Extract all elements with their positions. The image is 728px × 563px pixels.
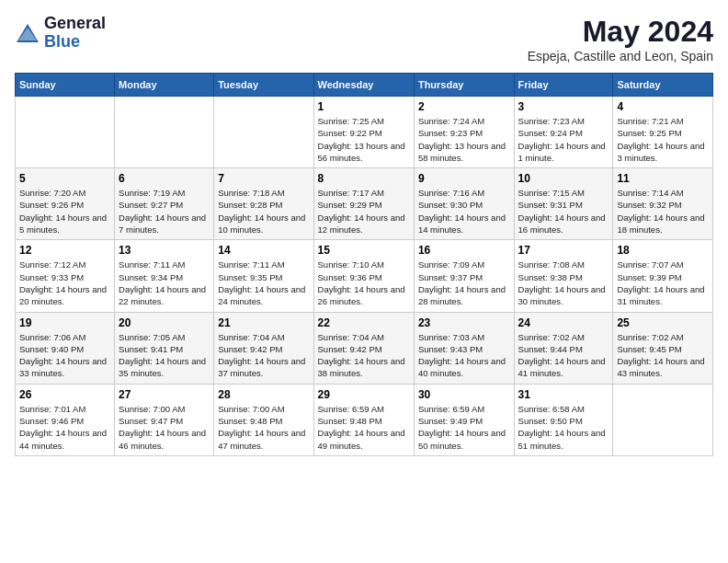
calendar-cell: 31 Sunrise: 6:58 AM Sunset: 9:50 PM Dayl…: [514, 384, 613, 455]
sunset-label: Sunset: 9:43 PM: [418, 344, 483, 354]
sunrise-label: Sunrise: 7:11 AM: [119, 259, 185, 270]
day-info: Sunrise: 7:15 AM Sunset: 9:31 PM Dayligh…: [518, 187, 609, 236]
day-number: 25: [617, 316, 709, 329]
calendar-header-row: Sunday Monday Tuesday Wednesday Thursday…: [16, 74, 713, 97]
daylight-label: Daylight: 14 hours and 16 minutes.: [518, 213, 606, 235]
calendar-cell: [613, 384, 713, 455]
calendar-cell: 26 Sunrise: 7:01 AM Sunset: 9:46 PM Dayl…: [16, 384, 115, 455]
col-monday: Monday: [115, 74, 214, 97]
sunset-label: Sunset: 9:28 PM: [218, 200, 282, 210]
calendar-cell: 30 Sunrise: 6:59 AM Sunset: 9:49 PM Dayl…: [414, 384, 514, 455]
day-number: 13: [119, 244, 210, 257]
daylight-label: Daylight: 14 hours and 47 minutes.: [218, 428, 305, 450]
day-info: Sunrise: 7:02 AM Sunset: 9:45 PM Dayligh…: [617, 331, 709, 380]
calendar-cell: 19 Sunrise: 7:06 AM Sunset: 9:40 PM Dayl…: [16, 312, 115, 384]
daylight-label: Daylight: 14 hours and 46 minutes.: [119, 428, 206, 450]
sunset-label: Sunset: 9:29 PM: [318, 200, 382, 210]
day-number: 5: [19, 172, 110, 185]
calendar-cell: 18 Sunrise: 7:07 AM Sunset: 9:39 PM Dayl…: [613, 240, 713, 312]
logo-icon: [15, 20, 40, 46]
calendar-cell: 12 Sunrise: 7:12 AM Sunset: 9:33 PM Dayl…: [16, 240, 115, 312]
daylight-label: Daylight: 14 hours and 26 minutes.: [318, 284, 405, 306]
sunrise-label: Sunrise: 7:02 AM: [518, 332, 585, 342]
day-info: Sunrise: 6:59 AM Sunset: 9:48 PM Dayligh…: [318, 403, 410, 452]
calendar-cell: 25 Sunrise: 7:02 AM Sunset: 9:45 PM Dayl…: [613, 312, 713, 384]
sunset-label: Sunset: 9:45 PM: [617, 344, 681, 354]
sunrise-label: Sunrise: 7:04 AM: [318, 332, 384, 342]
daylight-label: Daylight: 14 hours and 28 minutes.: [418, 284, 506, 306]
sunrise-label: Sunrise: 7:00 AM: [119, 404, 185, 414]
calendar-cell: 4 Sunrise: 7:21 AM Sunset: 9:25 PM Dayli…: [613, 97, 713, 168]
calendar-cell: 14 Sunrise: 7:11 AM Sunset: 9:35 PM Dayl…: [214, 240, 313, 312]
day-number: 31: [518, 388, 609, 401]
week-row-3: 12 Sunrise: 7:12 AM Sunset: 9:33 PM Dayl…: [16, 240, 713, 312]
day-info: Sunrise: 7:20 AM Sunset: 9:26 PM Dayligh…: [19, 187, 110, 236]
day-number: 28: [218, 388, 309, 401]
calendar-cell: 1 Sunrise: 7:25 AM Sunset: 9:22 PM Dayli…: [313, 97, 414, 168]
day-info: Sunrise: 7:04 AM Sunset: 9:42 PM Dayligh…: [318, 331, 410, 380]
calendar-cell: 2 Sunrise: 7:24 AM Sunset: 9:23 PM Dayli…: [414, 97, 514, 168]
calendar-table: Sunday Monday Tuesday Wednesday Thursday…: [15, 73, 713, 456]
daylight-label: Daylight: 14 hours and 49 minutes.: [318, 428, 405, 450]
day-info: Sunrise: 7:11 AM Sunset: 9:34 PM Dayligh…: [119, 259, 210, 307]
day-number: 15: [318, 244, 410, 257]
calendar-cell: [16, 97, 115, 168]
sunrise-label: Sunrise: 7:07 AM: [617, 259, 683, 270]
title-block: May 2024 Espeja, Castille and Leon, Spai…: [528, 15, 713, 63]
col-friday: Friday: [514, 74, 613, 97]
day-info: Sunrise: 7:14 AM Sunset: 9:32 PM Dayligh…: [617, 187, 709, 236]
daylight-label: Daylight: 14 hours and 40 minutes.: [418, 356, 506, 378]
calendar-cell: [115, 97, 214, 168]
col-wednesday: Wednesday: [313, 74, 414, 97]
calendar-cell: [214, 97, 313, 168]
day-number: 23: [418, 316, 510, 329]
day-number: 4: [617, 100, 709, 113]
daylight-label: Daylight: 14 hours and 30 minutes.: [518, 284, 606, 306]
logo-blue-text: Blue: [44, 33, 106, 52]
sunrise-label: Sunrise: 6:59 AM: [318, 404, 384, 414]
week-row-5: 26 Sunrise: 7:01 AM Sunset: 9:46 PM Dayl…: [16, 384, 713, 455]
sunset-label: Sunset: 9:23 PM: [418, 128, 483, 138]
col-thursday: Thursday: [414, 74, 514, 97]
daylight-label: Daylight: 13 hours and 58 minutes.: [418, 141, 506, 163]
day-info: Sunrise: 7:00 AM Sunset: 9:48 PM Dayligh…: [218, 403, 309, 452]
daylight-label: Daylight: 14 hours and 51 minutes.: [518, 428, 606, 450]
day-info: Sunrise: 7:12 AM Sunset: 9:33 PM Dayligh…: [19, 259, 110, 307]
daylight-label: Daylight: 14 hours and 3 minutes.: [617, 141, 704, 163]
sunset-label: Sunset: 9:26 PM: [19, 200, 84, 210]
sunset-label: Sunset: 9:31 PM: [518, 200, 583, 210]
calendar-cell: 27 Sunrise: 7:00 AM Sunset: 9:47 PM Dayl…: [115, 384, 214, 455]
day-number: 2: [418, 100, 510, 113]
day-number: 7: [218, 172, 309, 185]
sunset-label: Sunset: 9:44 PM: [518, 344, 583, 354]
day-info: Sunrise: 7:02 AM Sunset: 9:44 PM Dayligh…: [518, 331, 609, 380]
calendar-cell: 3 Sunrise: 7:23 AM Sunset: 9:24 PM Dayli…: [514, 97, 613, 168]
sunset-label: Sunset: 9:49 PM: [418, 416, 483, 426]
sunrise-label: Sunrise: 7:14 AM: [617, 188, 683, 198]
sunrise-label: Sunrise: 7:21 AM: [617, 116, 683, 126]
sunset-label: Sunset: 9:25 PM: [617, 128, 681, 138]
calendar-cell: 16 Sunrise: 7:09 AM Sunset: 9:37 PM Dayl…: [414, 240, 514, 312]
day-number: 30: [418, 388, 510, 401]
week-row-4: 19 Sunrise: 7:06 AM Sunset: 9:40 PM Dayl…: [16, 312, 713, 384]
sunrise-label: Sunrise: 7:06 AM: [19, 332, 85, 342]
day-number: 1: [318, 100, 410, 113]
page-header: General Blue May 2024 Espeja, Castille a…: [15, 15, 713, 63]
week-row-2: 5 Sunrise: 7:20 AM Sunset: 9:26 PM Dayli…: [16, 168, 713, 240]
calendar-cell: 9 Sunrise: 7:16 AM Sunset: 9:30 PM Dayli…: [414, 168, 514, 240]
day-info: Sunrise: 7:05 AM Sunset: 9:41 PM Dayligh…: [119, 331, 210, 380]
calendar-cell: 15 Sunrise: 7:10 AM Sunset: 9:36 PM Dayl…: [313, 240, 414, 312]
sunrise-label: Sunrise: 7:09 AM: [418, 259, 484, 270]
sunrise-label: Sunrise: 7:24 AM: [418, 116, 484, 126]
sunset-label: Sunset: 9:38 PM: [518, 272, 583, 282]
sunset-label: Sunset: 9:34 PM: [119, 272, 183, 282]
day-number: 3: [518, 100, 609, 113]
sunrise-label: Sunrise: 7:20 AM: [19, 188, 85, 198]
daylight-label: Daylight: 13 hours and 56 minutes.: [318, 141, 405, 163]
sunset-label: Sunset: 9:50 PM: [518, 416, 583, 426]
day-number: 17: [518, 244, 609, 257]
sunset-label: Sunset: 9:48 PM: [218, 416, 282, 426]
day-info: Sunrise: 7:01 AM Sunset: 9:46 PM Dayligh…: [19, 403, 110, 452]
day-info: Sunrise: 7:25 AM Sunset: 9:22 PM Dayligh…: [318, 115, 410, 164]
col-sunday: Sunday: [16, 74, 115, 97]
